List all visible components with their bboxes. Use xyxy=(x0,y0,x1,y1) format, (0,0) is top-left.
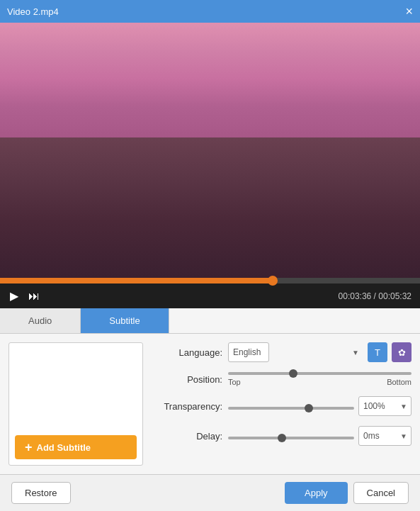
style-button[interactable]: ✿ xyxy=(392,342,412,362)
skip-button[interactable]: ⏭ xyxy=(27,288,41,304)
language-row: Language: English Spanish French T xyxy=(152,342,412,362)
add-subtitle-label: Add Subtitle xyxy=(37,442,91,453)
video-mountain-bg xyxy=(0,137,420,278)
delay-control: 0ms 500ms 1000ms xyxy=(228,426,412,446)
delay-value-select[interactable]: 0ms 500ms 1000ms xyxy=(358,426,412,446)
style-icon: ✿ xyxy=(398,347,406,358)
language-select[interactable]: English Spanish French xyxy=(228,342,269,362)
cancel-button[interactable]: Cancel xyxy=(353,482,409,504)
tab-subtitle[interactable]: Subtitle xyxy=(81,308,169,333)
delay-row: Delay: 0ms 500ms 1000ms xyxy=(152,426,412,446)
transparency-value-select[interactable]: 100% 75% 50% 25% xyxy=(358,396,412,416)
window-title: Video 2.mp4 xyxy=(7,6,59,17)
position-labels: Top Bottom xyxy=(228,378,412,386)
tab-section: Audio Subtitle + Add Subtitle Language: xyxy=(0,308,420,474)
controls-left: ▶ ⏭ xyxy=(8,288,41,304)
video-player xyxy=(0,23,420,278)
transparency-slider-wrap xyxy=(228,401,354,412)
language-select-wrap: English Spanish French xyxy=(228,342,363,362)
transparency-label: Transparency: xyxy=(152,401,222,412)
playback-bar: ▶ ⏭ 00:03:36 / 00:05:32 xyxy=(0,278,420,308)
restore-button[interactable]: Restore xyxy=(11,482,71,504)
progress-bar[interactable] xyxy=(0,278,420,283)
progress-fill xyxy=(0,278,273,283)
transparency-control: 100% 75% 50% 25% xyxy=(228,396,412,416)
bottom-bar: Restore Apply Cancel xyxy=(0,474,420,511)
delay-slider-wrap xyxy=(228,431,354,442)
tab-bar: Audio Subtitle xyxy=(0,308,420,334)
subtitle-list-panel: + Add Subtitle xyxy=(8,342,143,466)
add-subtitle-button[interactable]: + Add Subtitle xyxy=(15,435,137,459)
action-buttons: Apply Cancel xyxy=(285,482,409,504)
transparency-slider[interactable] xyxy=(228,407,354,410)
progress-thumb[interactable] xyxy=(268,276,278,286)
apply-button[interactable]: Apply xyxy=(285,482,348,504)
text-style-button[interactable]: T xyxy=(368,342,387,362)
text-icon: T xyxy=(375,347,380,358)
position-label: Position: xyxy=(152,374,222,385)
close-button[interactable]: × xyxy=(405,5,413,18)
time-separator: / xyxy=(371,291,378,301)
controls-row: ▶ ⏭ 00:03:36 / 00:05:32 xyxy=(0,283,420,308)
delay-value-wrap: 0ms 500ms 1000ms xyxy=(358,426,412,446)
total-time: 00:05:32 xyxy=(378,291,412,301)
settings-panel: Language: English Spanish French T xyxy=(152,342,412,466)
delay-slider[interactable] xyxy=(228,437,354,439)
transparency-value-wrap: 100% 75% 50% 25% xyxy=(358,396,412,416)
position-left-label: Top xyxy=(228,378,241,386)
language-control: English Spanish French T ✿ xyxy=(228,342,412,362)
position-right-label: Bottom xyxy=(387,378,412,386)
tab-audio[interactable]: Audio xyxy=(0,308,81,333)
position-control: Top Bottom xyxy=(228,372,412,386)
title-bar: Video 2.mp4 × xyxy=(0,0,420,23)
time-display: 00:03:36 / 00:05:32 xyxy=(339,291,412,301)
play-button[interactable]: ▶ xyxy=(8,288,20,304)
subtitle-list-content xyxy=(9,343,142,429)
content-area: + Add Subtitle Language: English Spanish… xyxy=(0,334,420,474)
transparency-row: Transparency: 100% 75% 50% 25% xyxy=(152,396,412,416)
position-row: Position: Top Bottom xyxy=(152,372,412,386)
position-slider[interactable] xyxy=(228,372,412,375)
main-window: Video 2.mp4 × ▶ ⏭ 00:03:36 / 00:05:32 Au… xyxy=(0,0,420,511)
language-label: Language: xyxy=(152,347,222,358)
current-time: 00:03:36 xyxy=(339,291,372,301)
add-icon: + xyxy=(25,441,33,454)
delay-label: Delay: xyxy=(152,431,222,442)
